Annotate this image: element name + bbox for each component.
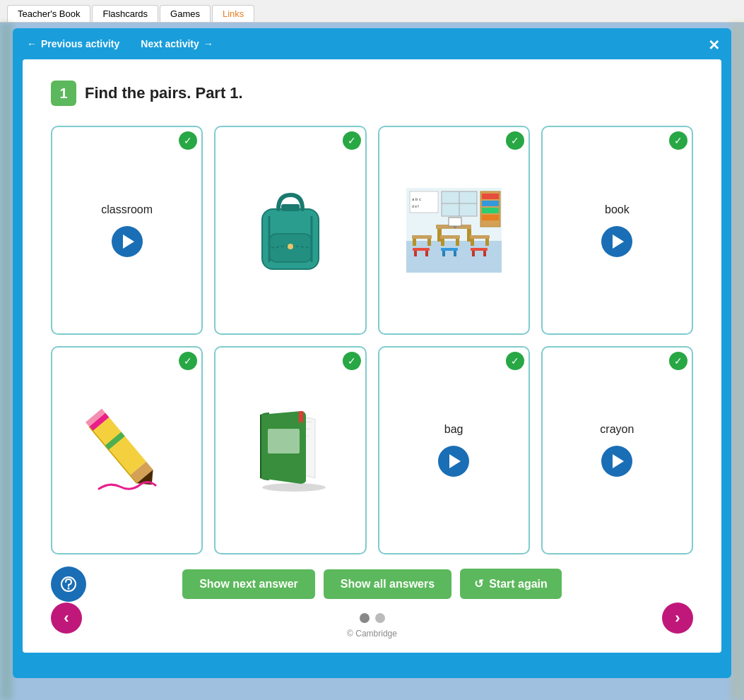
pagination-dot-1 — [360, 613, 370, 623]
svg-rect-28 — [414, 251, 417, 256]
card-book-word: ✓ book — [541, 126, 693, 335]
next-activity-button[interactable]: Next activity → — [141, 38, 213, 49]
tab-links[interactable]: Links — [212, 5, 254, 22]
tab-flashcards[interactable]: Flashcards — [92, 5, 158, 22]
play-button-classroom[interactable] — [112, 226, 143, 257]
svg-rect-38 — [485, 239, 489, 246]
svg-rect-32 — [456, 239, 459, 246]
svg-rect-15 — [482, 194, 499, 199]
prev-activity-label: Previous activity — [41, 38, 119, 49]
svg-rect-35 — [454, 251, 456, 256]
tab-teachers-book[interactable]: Teacher's Book — [7, 5, 90, 22]
close-button[interactable]: ✕ — [708, 38, 720, 52]
svg-rect-25 — [413, 239, 416, 246]
svg-rect-22 — [449, 218, 461, 226]
prev-activity-button[interactable]: ← Previous activity — [27, 38, 119, 49]
start-again-label: Start again — [489, 578, 548, 591]
card-classroom-image: ✓ a b c — [378, 126, 530, 335]
svg-rect-17 — [482, 208, 499, 213]
svg-point-56 — [68, 587, 70, 589]
svg-rect-41 — [483, 251, 486, 256]
svg-rect-24 — [412, 235, 432, 239]
svg-rect-26 — [427, 239, 431, 246]
svg-rect-33 — [441, 248, 458, 251]
svg-text:d e f: d e f — [412, 204, 419, 208]
check-icon-1: ✓ — [179, 131, 197, 150]
tab-games[interactable]: Games — [160, 5, 211, 22]
cards-grid: ✓ classroom ✓ — [51, 126, 693, 554]
pencil-image — [59, 408, 194, 492]
next-arrow-icon: → — [203, 38, 213, 49]
check-icon-8: ✓ — [669, 352, 687, 370]
activity-container: ← Previous activity Next activity → ✕ 1 … — [13, 28, 731, 678]
card-label-book: book — [605, 203, 630, 216]
svg-rect-34 — [442, 251, 445, 256]
top-navigation: Teacher's Book Flashcards Games Links — [0, 0, 744, 23]
copyright-text: © Cambridge — [51, 626, 693, 639]
refresh-icon: ↺ — [474, 577, 483, 591]
pagination-dot-2 — [375, 613, 385, 623]
check-icon-5: ✓ — [179, 352, 197, 370]
card-crayon-word: ✓ crayon — [541, 346, 693, 555]
book-green-image — [223, 408, 358, 492]
svg-rect-11 — [410, 191, 438, 213]
svg-rect-37 — [471, 239, 474, 246]
card-label-classroom: classroom — [101, 203, 153, 216]
card-backpack-image: ✓ — [214, 126, 366, 335]
card-classroom-word: ✓ classroom — [51, 126, 203, 335]
activity-title-row: 1 Find the pairs. Part 1. — [51, 81, 693, 106]
check-icon-4: ✓ — [669, 131, 687, 150]
check-icon-3: ✓ — [506, 131, 524, 150]
play-button-book[interactable] — [601, 226, 632, 257]
prev-arrow-icon: ← — [27, 38, 37, 49]
activity-title-text: Find the pairs. Part 1. — [85, 84, 243, 102]
check-icon-2: ✓ — [343, 131, 361, 150]
pagination-row: ‹ › — [51, 606, 693, 626]
content-area: 1 Find the pairs. Part 1. ✓ classroom ✓ — [23, 59, 721, 653]
pagination-next-button[interactable]: › — [662, 603, 693, 634]
check-icon-6: ✓ — [343, 352, 361, 370]
backpack-image — [223, 188, 358, 273]
card-book-green-image: ✓ — [214, 346, 366, 555]
pagination-prev-button[interactable]: ‹ — [51, 603, 82, 634]
svg-rect-18 — [482, 215, 499, 220]
check-icon-7: ✓ — [506, 352, 524, 370]
svg-rect-53 — [268, 429, 300, 453]
play-button-bag[interactable] — [438, 446, 469, 477]
show-all-answers-button[interactable]: Show all answers — [324, 569, 451, 599]
next-activity-label: Next activity — [141, 38, 199, 49]
svg-rect-3 — [281, 204, 300, 211]
bottom-actions: Show next answer Show all answers ↺ Star… — [51, 554, 693, 606]
svg-rect-39 — [471, 248, 488, 251]
svg-text:a b c: a b c — [412, 197, 421, 201]
svg-point-2 — [288, 244, 293, 249]
svg-rect-40 — [472, 251, 475, 256]
svg-rect-23 — [454, 226, 456, 228]
card-label-bag: bag — [444, 423, 463, 436]
start-again-button[interactable]: ↺ Start again — [460, 569, 562, 599]
classroom-image: a b c d e f — [386, 188, 521, 273]
svg-point-49 — [262, 483, 326, 492]
play-button-crayon[interactable] — [601, 446, 632, 477]
svg-rect-29 — [425, 251, 428, 256]
activity-navigation: ← Previous activity Next activity → ✕ — [13, 28, 731, 59]
hint-icon-button[interactable] — [51, 566, 86, 602]
activity-number-badge: 1 — [51, 81, 76, 106]
card-label-crayon: crayon — [600, 423, 634, 436]
svg-rect-16 — [482, 201, 499, 206]
svg-rect-36 — [470, 235, 490, 239]
card-pencil-image: ✓ — [51, 346, 203, 555]
svg-rect-30 — [440, 235, 460, 239]
show-next-answer-button[interactable]: Show next answer — [182, 569, 315, 599]
card-bag-word: ✓ bag — [378, 346, 530, 555]
svg-rect-27 — [413, 248, 430, 251]
svg-rect-31 — [441, 239, 444, 246]
